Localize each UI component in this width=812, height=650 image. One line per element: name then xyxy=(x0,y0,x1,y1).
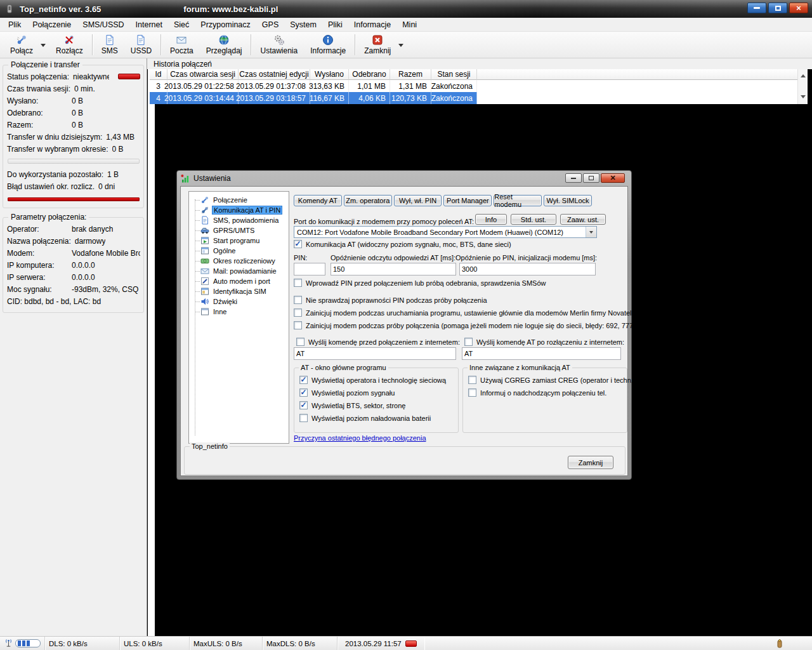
menu-sms-ussd[interactable]: SMS/USSD xyxy=(77,19,129,30)
maximize-button[interactable] xyxy=(768,3,787,13)
show-bts-checkbox[interactable]: Wyświetlaj BTS, sektor, stronę xyxy=(299,401,405,409)
wprowadz-pin-checkbox[interactable]: Wprowadź PIN przed połączeniem lub próbą… xyxy=(294,279,546,287)
info-port-button[interactable]: Info xyxy=(475,214,507,225)
nie-sprawdzaj-pin-checkbox[interactable]: Nie sprawdzaj poprawności PIN podczas pr… xyxy=(294,296,487,304)
send-after-checkbox[interactable]: Wyślij komendę AT po rozłączeniu z inter… xyxy=(464,338,624,346)
zamknij-button[interactable]: Zamknij xyxy=(568,456,613,469)
show-battery-checkbox[interactable]: Wyświetlaj poziom naładowania baterii xyxy=(299,414,431,422)
zainicjuj-start-checkbox[interactable]: Zainicjuj modem podczas uruchamiania pro… xyxy=(294,308,633,317)
close-app-button[interactable]: Zamknij xyxy=(358,32,397,57)
checkbox-box[interactable] xyxy=(299,414,308,422)
checkbox-box[interactable] xyxy=(294,296,302,304)
column-header-edit-time[interactable]: Czas ostatniej edycji xyxy=(239,69,310,80)
cgreg-checkbox[interactable]: Używaj CGREG zamiast CREG (operator i te… xyxy=(468,376,636,384)
menu-gps[interactable]: GPS xyxy=(256,19,284,30)
settings-button[interactable]: Ustawienia xyxy=(254,32,304,57)
port-label: Port do komunikacji z modemem przy pomoc… xyxy=(294,218,474,225)
browse-button[interactable]: Przeglądaj xyxy=(200,32,249,57)
komendy-at-button[interactable]: Komendy AT xyxy=(294,195,342,206)
komunikacja-at-checkbox[interactable]: Komunikacja AT (widoczny poziom sygnału,… xyxy=(294,240,511,248)
menu-mini[interactable]: Mini xyxy=(396,19,422,30)
checkbox-box[interactable] xyxy=(468,388,476,397)
tree-item-mail-powiadamianie[interactable]: Mail: powiadamianie xyxy=(195,266,287,276)
send-before-input[interactable] xyxy=(294,347,456,360)
menu-system[interactable]: System xyxy=(284,19,322,30)
tree-item-auto-modem-port[interactable]: Auto modem i port xyxy=(195,276,287,286)
checkbox-box[interactable] xyxy=(294,279,302,287)
delay-pin-input[interactable] xyxy=(459,263,596,275)
menu-pliki[interactable]: Pliki xyxy=(322,19,348,30)
wyl-simlock-button[interactable]: Wył. SIMLock xyxy=(544,195,592,206)
zm-operatora-button[interactable]: Zm. operatora xyxy=(344,195,392,206)
close-dropdown-arrow[interactable] xyxy=(398,44,403,50)
sms-document-icon xyxy=(104,34,115,46)
checkbox-box[interactable] xyxy=(294,308,302,317)
reset-modemu-button[interactable]: Reset modemu xyxy=(494,195,542,206)
menu-internet[interactable]: Internet xyxy=(130,19,168,30)
column-header-received[interactable]: Odebrano xyxy=(349,69,390,80)
pin-input[interactable] xyxy=(294,263,325,275)
tree-item-gprs-umts[interactable]: GPRS/UMTS xyxy=(195,225,287,235)
table-row-selected[interactable]: 4 2013.05.29 03:14:44 2013.05.29 03:18:5… xyxy=(150,92,808,104)
dialog-minimize-button[interactable] xyxy=(565,173,582,183)
zainicjuj-proba-checkbox[interactable]: Zainicjuj modem podczas próby połączenia… xyxy=(294,321,636,329)
tree-item-ogolne[interactable]: Ogólne xyxy=(195,246,287,256)
tree-item-komunikacja-at-pin[interactable]: Komunikacja AT i PIN xyxy=(195,205,287,215)
ussd-button[interactable]: USSD xyxy=(124,32,158,57)
checkbox-box[interactable] xyxy=(464,338,473,346)
tree-item-inne[interactable]: Inne xyxy=(195,307,287,317)
checkbox-box[interactable] xyxy=(296,338,304,346)
mail-button[interactable]: Poczta xyxy=(164,32,200,57)
checkbox-box[interactable] xyxy=(299,376,308,384)
column-header-sent[interactable]: Wysłano xyxy=(310,69,349,80)
checkbox-box[interactable] xyxy=(299,388,308,397)
std-ust-button[interactable]: Std. ust. xyxy=(511,214,556,225)
ussd-document-icon xyxy=(135,34,147,46)
port-manager-button[interactable]: Port Manager xyxy=(443,195,492,206)
close-button[interactable]: × xyxy=(789,3,808,13)
connect-dropdown-arrow[interactable] xyxy=(41,44,46,50)
menu-przypominacz[interactable]: Przypominacz xyxy=(195,19,256,30)
checkbox-box[interactable] xyxy=(294,240,302,248)
table-scrollbar[interactable] xyxy=(797,69,808,104)
menu-plik[interactable]: Plik xyxy=(3,19,27,30)
tree-item-okres-rozliczeniowy[interactable]: Okres rozliczeniowy xyxy=(195,256,287,266)
tree-item-polaczenie[interactable]: Połączenie xyxy=(195,195,287,205)
send-after-input[interactable] xyxy=(462,347,621,360)
sms-button[interactable]: SMS xyxy=(95,32,124,57)
delay-at-input[interactable] xyxy=(331,263,456,275)
modem-port-select[interactable]: COM12: Port Vodafone Mobile Broadband Se… xyxy=(294,226,597,238)
last-error-link[interactable]: Przyczyna ostatniego błędnego połączenia xyxy=(294,434,426,442)
scroll-up-arrow[interactable] xyxy=(801,72,806,77)
send-before-checkbox[interactable]: Wyślij komendę przed połączeniem z inter… xyxy=(296,338,460,346)
dialog-maximize-button[interactable] xyxy=(583,173,599,183)
connect-button[interactable]: Połącz xyxy=(4,32,39,57)
tree-item-start-programu[interactable]: Start programu xyxy=(195,235,287,246)
table-row[interactable]: 3 2013.05.29 01:22:58 2013.05.29 01:37:0… xyxy=(150,80,808,92)
show-operator-checkbox[interactable]: Wyświetlaj operatora i technologię sieci… xyxy=(299,376,446,384)
column-header-total[interactable]: Razem xyxy=(390,69,431,80)
info-button[interactable]: Informacje xyxy=(304,32,352,57)
column-header-state[interactable]: Stan sesji xyxy=(431,69,477,80)
checkbox-box[interactable] xyxy=(294,321,302,329)
combo-arrow-icon[interactable] xyxy=(586,227,596,237)
minimize-button[interactable] xyxy=(747,3,766,13)
dialog-close-button[interactable]: ✕ xyxy=(601,173,625,183)
column-header-open-time[interactable]: Czas otwarcia sesji xyxy=(167,69,239,80)
column-header-id[interactable]: Id xyxy=(150,69,167,80)
tree-item-sms-powiadomienia[interactable]: SMS, powiadomienia xyxy=(195,215,287,225)
menu-polaczenie[interactable]: Połączenie xyxy=(27,19,77,30)
dialog-title-bar[interactable]: Ustawienia ✕ xyxy=(180,171,628,186)
tree-item-dzwieki[interactable]: Dźwięki xyxy=(195,296,287,307)
menu-informacje[interactable]: Informacje xyxy=(348,19,396,30)
incoming-call-checkbox[interactable]: Informuj o nadchodzącym połączeniu tel. xyxy=(468,388,606,397)
tree-item-identyfikacja-sim[interactable]: Identyfikacja SIM xyxy=(195,286,287,296)
checkbox-box[interactable] xyxy=(468,376,476,384)
disconnect-button[interactable]: Rozłącz xyxy=(49,32,89,57)
show-signal-checkbox[interactable]: Wyświetlaj poziom sygnału xyxy=(299,388,395,397)
scroll-down-arrow[interactable] xyxy=(801,95,806,101)
checkbox-box[interactable] xyxy=(299,401,308,409)
zaaw-ust-button[interactable]: Zaaw. ust. xyxy=(560,214,606,225)
wyl-wl-pin-button[interactable]: Wył, wł. PIN xyxy=(394,195,442,206)
menu-siec[interactable]: Sieć xyxy=(168,19,195,30)
